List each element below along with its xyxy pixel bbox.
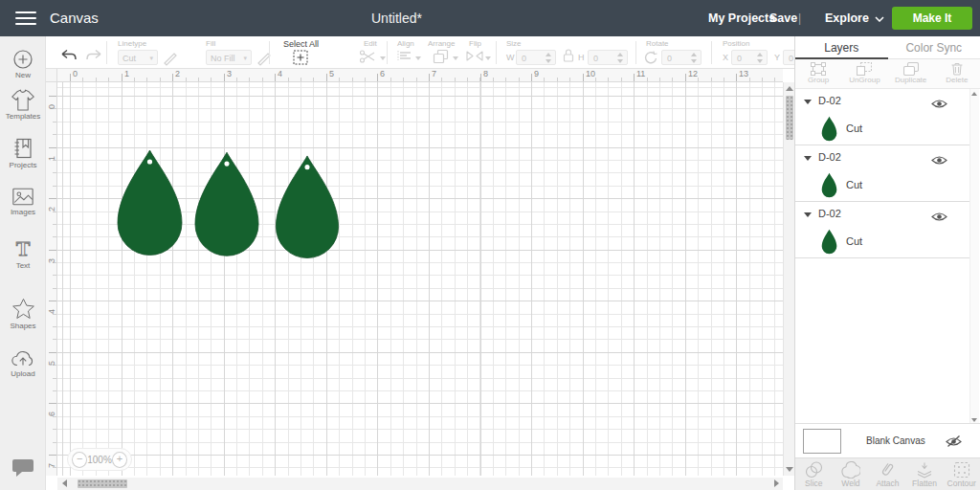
teardrop-shape-1[interactable] (115, 148, 185, 256)
sidebar-item-new[interactable]: New (0, 49, 46, 79)
svg-text:T: T (16, 237, 31, 260)
flatten-button[interactable]: Flatten (906, 458, 944, 490)
canvas-color-swatch[interactable] (803, 429, 841, 454)
visibility-eye-icon[interactable] (931, 96, 947, 113)
save-link[interactable]: Save (769, 0, 797, 36)
flip-dropdown-caret[interactable] (485, 56, 491, 60)
sidebar-item-templates[interactable]: Templates (0, 89, 46, 121)
vertical-scroll-thumb[interactable] (786, 96, 793, 140)
flip-label: Flip (469, 39, 481, 48)
arrange-dropdown-caret[interactable] (453, 56, 458, 60)
undo-icon[interactable] (59, 49, 78, 66)
make-it-button[interactable]: Make It (892, 7, 972, 30)
layers-scrollbar[interactable] (969, 89, 979, 425)
delete-button[interactable]: Delete (934, 59, 980, 88)
scroll-up-arrow[interactable] (786, 86, 793, 91)
visibility-eye-icon[interactable] (931, 209, 947, 226)
arrange-icon[interactable] (433, 49, 449, 68)
layers-scroll-down-arrow[interactable] (971, 418, 977, 422)
chevron-down-icon (875, 11, 884, 25)
layer-group-header[interactable]: D-02 (795, 89, 970, 114)
canvas-horizontal-scrollbar[interactable] (57, 478, 783, 490)
document-title[interactable]: Untitled* (371, 0, 422, 36)
x-label: X (723, 53, 728, 62)
visibility-eye-off-icon[interactable] (945, 434, 963, 452)
feedback-button[interactable] (0, 457, 46, 479)
linetype-swatch-icon[interactable] (162, 49, 179, 70)
zoom-in-button[interactable]: + (112, 452, 127, 468)
sidebar-item-upload[interactable]: Upload (0, 349, 46, 378)
align-icon[interactable] (397, 49, 412, 66)
design-canvas[interactable]: − 100% + (57, 82, 783, 476)
width-input[interactable]: 0 (516, 50, 556, 65)
fill-select[interactable]: No Fill▾ (206, 50, 252, 65)
sidebar-item-shapes[interactable]: Shapes (0, 297, 46, 330)
trash-icon (934, 62, 980, 76)
contour-button[interactable]: Contour (943, 458, 980, 490)
linetype-select[interactable]: Cut▾ (118, 50, 158, 65)
chat-bubble-icon (0, 457, 46, 479)
blank-canvas-row[interactable]: Blank Canvas (795, 423, 980, 457)
my-projects-link[interactable]: My Projects (708, 0, 775, 36)
horizontal-scroll-thumb[interactable] (78, 479, 127, 488)
width-label: W (506, 53, 515, 62)
layer-thumbnail (821, 229, 837, 258)
rotate-label: Rotate (646, 39, 669, 48)
layer-row[interactable]: Cut (795, 227, 970, 258)
collapse-caret-icon[interactable] (804, 100, 812, 104)
star-icon (0, 297, 46, 321)
layer-row[interactable]: Cut (795, 170, 970, 202)
height-input[interactable]: 0 (588, 50, 628, 65)
group-button[interactable]: Group (795, 59, 841, 88)
vertical-ruler: 01234567 (46, 82, 57, 476)
slice-button[interactable]: Slice (795, 458, 833, 490)
edit-dropdown-caret[interactable] (380, 56, 386, 60)
y-label: Y (774, 53, 780, 62)
lock-aspect-icon[interactable] (562, 48, 575, 67)
teardrop-shape-2[interactable] (192, 150, 261, 257)
layers-panel: Layers Color Sync Group UnGroup Duplicat… (794, 36, 980, 490)
rotate-icon[interactable] (644, 51, 658, 69)
layer-actions-bar: Group UnGroup Duplicate Delete (795, 59, 980, 89)
scroll-left-arrow[interactable] (62, 479, 67, 487)
topbar-divider: | (798, 0, 801, 36)
redo-icon[interactable] (84, 49, 103, 66)
edit-scissors-icon[interactable] (359, 49, 376, 68)
flip-icon[interactable] (465, 49, 484, 67)
teardrop-shape-3[interactable] (273, 154, 342, 259)
x-input[interactable]: 0 (731, 50, 768, 65)
page-title: Canvas (50, 0, 99, 36)
ungroup-button[interactable]: UnGroup (841, 59, 887, 88)
tab-color-sync[interactable]: Color Sync (888, 36, 980, 58)
layer-group-header[interactable]: D-02 (795, 145, 970, 170)
rotate-input[interactable]: 0 (661, 50, 702, 65)
select-all-icon[interactable] (293, 50, 308, 69)
scroll-down-arrow[interactable] (786, 467, 793, 472)
tshirt-icon (0, 89, 46, 111)
layer-row[interactable]: Cut (795, 114, 970, 145)
visibility-eye-icon[interactable] (931, 152, 947, 169)
align-dropdown-caret[interactable] (415, 56, 421, 60)
zoom-out-button[interactable]: − (72, 452, 87, 468)
slice-icon (795, 461, 833, 479)
collapse-caret-icon[interactable] (804, 156, 812, 161)
sidebar-item-images[interactable]: Images (0, 187, 46, 216)
left-sidebar: New Templates Projects Images T Text Sha… (0, 36, 46, 490)
weld-button[interactable]: Weld (833, 458, 870, 490)
fill-swatch-icon[interactable] (256, 49, 273, 70)
layer-group-header[interactable]: D-02 (795, 202, 970, 227)
sidebar-item-text[interactable]: T Text (0, 237, 46, 270)
hamburger-menu-icon[interactable] (15, 11, 36, 25)
sidebar-item-projects[interactable]: Projects (0, 137, 46, 169)
plus-circle-icon (0, 49, 46, 70)
duplicate-button[interactable]: Duplicate (888, 59, 934, 88)
attach-button[interactable]: Attach (869, 458, 906, 490)
top-bar: Canvas Untitled* My Projects Save | Expl… (0, 0, 980, 36)
tab-layers[interactable]: Layers (795, 36, 888, 58)
scroll-right-arrow[interactable] (774, 479, 779, 487)
zoom-level: 100% (87, 455, 112, 465)
canvas-vertical-scrollbar[interactable] (783, 82, 794, 476)
explore-menu[interactable]: Explore (825, 0, 884, 36)
collapse-caret-icon[interactable] (804, 212, 812, 217)
layers-scroll-up-arrow[interactable] (971, 92, 977, 96)
